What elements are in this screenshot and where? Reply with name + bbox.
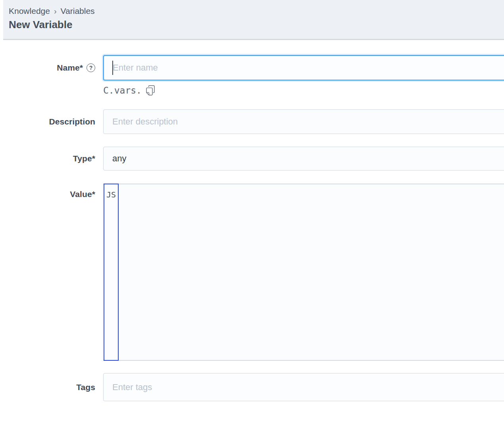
name-label: Name* xyxy=(57,63,83,73)
name-row: Name* ? xyxy=(0,55,504,80)
copy-icon[interactable] xyxy=(145,85,156,96)
text-caret xyxy=(112,61,113,75)
breadcrumb-knowledge[interactable]: Knowledge xyxy=(9,5,50,17)
type-label: Type* xyxy=(73,154,95,163)
page-header: Knowledge › Variables New Variable xyxy=(3,0,504,40)
type-row: Type* xyxy=(0,147,504,170)
value-row: Value* JS xyxy=(0,184,504,361)
description-row: Description xyxy=(0,109,504,134)
name-input[interactable] xyxy=(103,55,504,80)
description-label: Description xyxy=(49,117,95,126)
variable-prefix-row: C.vars. xyxy=(0,85,504,96)
page-title: New Variable xyxy=(9,17,504,32)
js-mode-badge[interactable]: JS xyxy=(104,184,119,361)
type-input[interactable] xyxy=(103,147,504,170)
value-code-editor[interactable]: JS xyxy=(103,184,504,361)
tags-row: Tags xyxy=(0,373,504,401)
new-variable-form: Name* ? C.vars. xyxy=(0,55,504,401)
value-label: Value* xyxy=(70,190,95,199)
variable-prefix: C.vars. xyxy=(103,85,142,96)
tags-label: Tags xyxy=(76,383,95,392)
breadcrumb-separator-icon: › xyxy=(54,5,57,17)
description-input[interactable] xyxy=(103,109,504,134)
help-icon[interactable]: ? xyxy=(87,63,95,72)
tags-input[interactable] xyxy=(103,373,504,401)
breadcrumb-variables[interactable]: Variables xyxy=(61,5,95,17)
breadcrumb: Knowledge › Variables xyxy=(9,5,504,17)
